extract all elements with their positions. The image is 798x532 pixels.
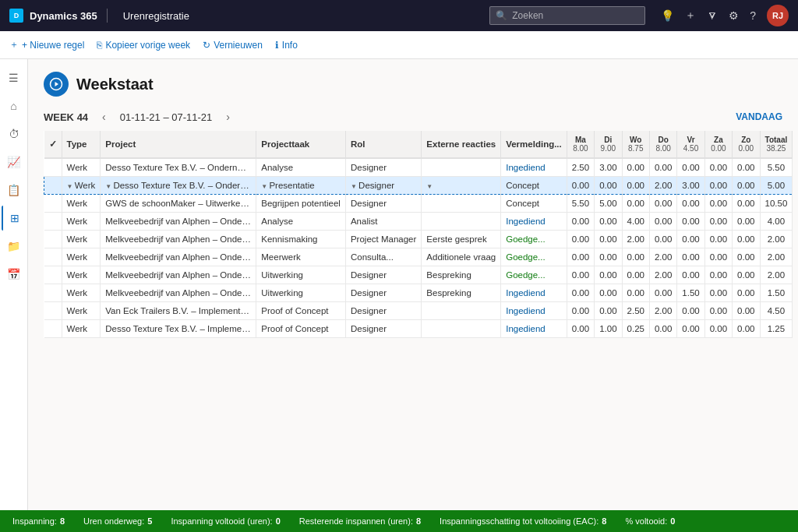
row-wo[interactable]: 0.00 bbox=[622, 266, 649, 284]
next-week-button[interactable]: › bbox=[221, 109, 235, 125]
row-wo[interactable]: 0.25 bbox=[622, 320, 649, 338]
lightbulb-icon[interactable]: 💡 bbox=[661, 9, 674, 22]
row-vr[interactable]: 0.00 bbox=[677, 248, 704, 266]
row-vr[interactable]: 0.00 bbox=[677, 302, 704, 320]
row-ma[interactable]: 2.50 bbox=[567, 158, 594, 177]
prev-week-button[interactable]: ‹ bbox=[97, 109, 111, 125]
row-di[interactable]: 5.00 bbox=[595, 195, 622, 213]
row-zo[interactable]: 0.00 bbox=[733, 302, 760, 320]
row-di[interactable]: 0.00 bbox=[595, 231, 622, 248]
row-do[interactable]: 0.00 bbox=[649, 284, 676, 302]
table-row[interactable]: Werk Van Eck Trailers B.V. – Implementat… bbox=[44, 302, 793, 320]
row-vr[interactable]: 0.00 bbox=[677, 231, 704, 248]
row-do[interactable]: 0.00 bbox=[649, 158, 676, 177]
filter-icon[interactable]: ⛛ bbox=[707, 9, 718, 22]
row-vr[interactable]: 3.00 bbox=[677, 177, 704, 195]
table-row[interactable]: Werk Melkveebedrijf van Alphen – Onderne… bbox=[44, 213, 793, 231]
row-zo[interactable]: 0.00 bbox=[733, 320, 760, 338]
row-vr[interactable]: 0.00 bbox=[677, 320, 704, 338]
row-di[interactable]: 1.00 bbox=[595, 320, 622, 338]
row-ma[interactable]: 0.00 bbox=[567, 266, 594, 284]
sidebar-icon-calendar[interactable]: 📅 bbox=[2, 262, 26, 287]
row-do[interactable]: 2.00 bbox=[649, 266, 676, 284]
sidebar-icon-timesheet[interactable]: ⊞ bbox=[2, 206, 26, 231]
row-di[interactable]: 0.00 bbox=[595, 213, 622, 231]
row-wo[interactable]: 0.00 bbox=[622, 284, 649, 302]
row-ma[interactable]: 0.00 bbox=[567, 213, 594, 231]
row-vr[interactable]: 0.00 bbox=[677, 158, 704, 177]
row-ma[interactable]: 0.00 bbox=[567, 248, 594, 266]
help-icon[interactable]: ? bbox=[750, 9, 756, 22]
row-di[interactable]: 0.00 bbox=[595, 266, 622, 284]
row-vr[interactable]: 0.00 bbox=[677, 266, 704, 284]
row-zo[interactable]: 0.00 bbox=[733, 158, 760, 177]
row-do[interactable]: 0.00 bbox=[649, 320, 676, 338]
sidebar-icon-time[interactable]: ⏱ bbox=[2, 122, 26, 146]
table-row[interactable]: Werk Melkveebedrijf van Alphen – Onderne… bbox=[44, 284, 793, 302]
sidebar-icon-home[interactable]: ⌂ bbox=[2, 93, 26, 118]
row-wo[interactable]: 2.50 bbox=[622, 302, 649, 320]
settings-icon[interactable]: ⚙ bbox=[729, 9, 739, 22]
new-row-button[interactable]: ＋ + Nieuwe regel bbox=[9, 38, 84, 51]
table-row[interactable]: ▼ Werk ▼ Desso Texture Tex B.V. – Ondern… bbox=[44, 177, 793, 195]
sidebar-icon-folder[interactable]: 📁 bbox=[2, 234, 26, 259]
add-icon[interactable]: ＋ bbox=[685, 9, 696, 23]
row-wo[interactable]: 0.00 bbox=[622, 177, 649, 195]
row-zo[interactable]: 0.00 bbox=[733, 231, 760, 248]
row-zo[interactable]: 0.00 bbox=[733, 248, 760, 266]
refresh-button[interactable]: ↻ Vernieuwen bbox=[203, 40, 263, 51]
row-za[interactable]: 0.00 bbox=[704, 284, 732, 302]
row-di[interactable]: 0.00 bbox=[595, 177, 622, 195]
table-row[interactable]: Werk Desso Texture Tex B.V. – Implementa… bbox=[44, 320, 793, 338]
row-vr[interactable]: 1.50 bbox=[677, 284, 704, 302]
row-za[interactable]: 0.00 bbox=[704, 158, 732, 177]
row-vr[interactable]: 0.00 bbox=[677, 195, 704, 213]
copy-prev-week-button[interactable]: ⎘ Kopieer vorige week bbox=[97, 40, 190, 51]
row-do[interactable]: 2.00 bbox=[649, 302, 676, 320]
row-ma[interactable]: 0.00 bbox=[567, 302, 594, 320]
row-do[interactable]: 0.00 bbox=[649, 195, 676, 213]
info-button[interactable]: ℹ Info bbox=[275, 40, 298, 51]
row-do[interactable]: 0.00 bbox=[649, 231, 676, 248]
table-row[interactable]: Werk Melkveebedrijf van Alphen – Onderne… bbox=[44, 231, 793, 248]
row-do[interactable]: 0.00 bbox=[649, 213, 676, 231]
row-za[interactable]: 0.00 bbox=[704, 248, 732, 266]
row-di[interactable]: 0.00 bbox=[595, 248, 622, 266]
row-wo[interactable]: 0.00 bbox=[622, 158, 649, 177]
table-row[interactable]: Werk GWS de schoonMaker – Uitwerken crea… bbox=[44, 195, 793, 213]
sidebar-icon-chart[interactable]: 📈 bbox=[2, 150, 26, 174]
row-wo[interactable]: 0.00 bbox=[622, 248, 649, 266]
table-row[interactable]: Werk Desso Texture Tex B.V. – Ondernemin… bbox=[44, 158, 793, 177]
sidebar-icon-menu[interactable]: ☰ bbox=[2, 65, 26, 90]
row-wo[interactable]: 2.00 bbox=[622, 231, 649, 248]
search-input[interactable] bbox=[489, 6, 645, 25]
row-zo[interactable]: 0.00 bbox=[733, 195, 760, 213]
row-ma[interactable]: 0.00 bbox=[567, 231, 594, 248]
row-za[interactable]: 0.00 bbox=[704, 320, 732, 338]
row-za[interactable]: 0.00 bbox=[704, 177, 732, 195]
row-di[interactable]: 0.00 bbox=[595, 284, 622, 302]
row-do[interactable]: 2.00 bbox=[649, 248, 676, 266]
table-row[interactable]: Werk Melkveebedrijf van Alphen – Onderne… bbox=[44, 266, 793, 284]
row-za[interactable]: 0.00 bbox=[704, 302, 732, 320]
row-ma[interactable]: 5.50 bbox=[567, 195, 594, 213]
row-zo[interactable]: 0.00 bbox=[733, 284, 760, 302]
sidebar-icon-project[interactable]: 📋 bbox=[2, 178, 26, 203]
today-button[interactable]: VANDAAG bbox=[736, 111, 782, 122]
row-ma[interactable]: 0.00 bbox=[567, 284, 594, 302]
row-zo[interactable]: 0.00 bbox=[733, 177, 760, 195]
row-za[interactable]: 0.00 bbox=[704, 195, 732, 213]
row-zo[interactable]: 0.00 bbox=[733, 266, 760, 284]
row-za[interactable]: 0.00 bbox=[704, 213, 732, 231]
row-ma[interactable]: 0.00 bbox=[567, 177, 594, 195]
table-row[interactable]: Werk Melkveebedrijf van Alphen – Onderne… bbox=[44, 248, 793, 266]
row-di[interactable]: 3.00 bbox=[595, 158, 622, 177]
row-za[interactable]: 0.00 bbox=[704, 266, 732, 284]
avatar[interactable]: RJ bbox=[767, 5, 789, 26]
row-wo[interactable]: 4.00 bbox=[622, 213, 649, 231]
row-vr[interactable]: 0.00 bbox=[677, 213, 704, 231]
row-za[interactable]: 0.00 bbox=[704, 231, 732, 248]
row-di[interactable]: 0.00 bbox=[595, 302, 622, 320]
row-zo[interactable]: 0.00 bbox=[733, 213, 760, 231]
row-wo[interactable]: 0.00 bbox=[622, 195, 649, 213]
